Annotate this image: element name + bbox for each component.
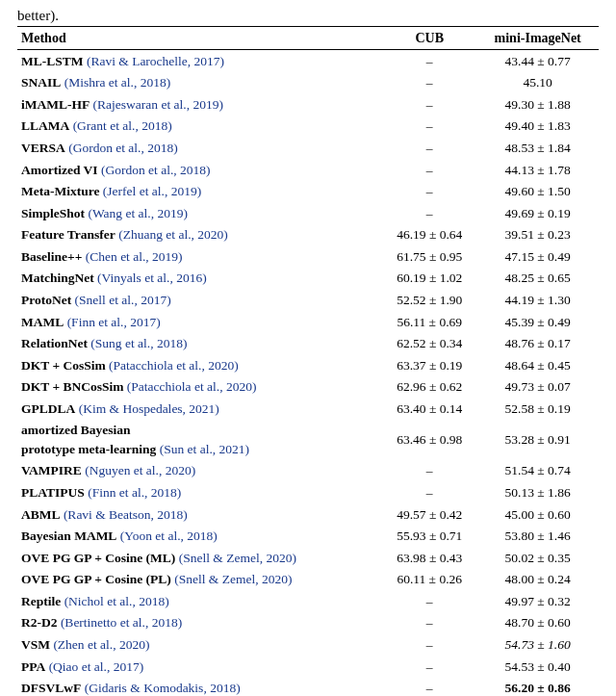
value-cell: – — [382, 633, 476, 656]
citation: (Rajeswaran et al., 2019) — [93, 97, 223, 112]
method-cell: Feature Transfer (Zhuang et al., 2020) — [17, 224, 382, 246]
value-cell: 48.70 ± 0.60 — [476, 612, 599, 634]
value-cell: 45.10 — [476, 72, 599, 94]
value-cell: 63.98 ± 0.43 — [382, 547, 476, 569]
table-row: SimpleShot (Wang et al., 2019)–49.69 ± 0… — [17, 202, 599, 224]
citation: (Mishra et al., 2018) — [64, 75, 171, 90]
citation: (Vinyals et al., 2016) — [97, 271, 207, 285]
value-cell: – — [382, 159, 476, 181]
value-cell: 50.13 ± 1.86 — [476, 482, 599, 504]
table-row: ProtoNet (Snell et al., 2017)52.52 ± 1.9… — [17, 289, 599, 311]
citation: (Finn et al., 2017) — [67, 315, 161, 329]
value-cell: 52.52 ± 1.90 — [382, 289, 476, 311]
method-cell: LLAMA (Grant et al., 2018) — [17, 116, 382, 138]
value-cell: 48.53 ± 1.84 — [476, 138, 599, 160]
method-cell: OVE PG GP + Cosine (PL) (Snell & Zemel, … — [17, 569, 382, 591]
table-row: DKT + BNCosSim (Patacchiola et al., 2020… — [17, 376, 599, 399]
method-cell: Amortized VI (Gordon et al., 2018) — [17, 159, 382, 181]
method-cell: ABML (Ravi & Beatson, 2018) — [17, 503, 382, 526]
citation: (Patacchiola et al., 2020) — [109, 358, 239, 373]
citation: (Snell & Zemel, 2020) — [179, 551, 296, 565]
table-row: MatchingNet (Vinyals et al., 2016)60.19 … — [17, 268, 599, 290]
table-row: PPA (Qiao et al., 2017)–54.53 ± 0.40 — [17, 656, 599, 678]
value-cell: – — [382, 460, 476, 482]
value-cell: – — [382, 72, 476, 94]
method-cell: PLATIPUS (Finn et al., 2018) — [17, 482, 382, 504]
method-cell: GPLDLA (Kim & Hospedales, 2021) — [17, 398, 382, 420]
value-cell: 49.30 ± 1.88 — [476, 93, 599, 116]
method-cell: Reptile (Nichol et al., 2018) — [17, 590, 382, 612]
citation: (Ravi & Beatson, 2018) — [64, 507, 188, 522]
method-cell: VSM (Zhen et al., 2020) — [17, 633, 382, 656]
citation: (Zhuang et al., 2020) — [118, 227, 228, 242]
method-cell: RelationNet (Sung et al., 2018) — [17, 333, 382, 355]
citation: (Kim & Hospedales, 2021) — [79, 401, 219, 416]
method-cell: MatchingNet (Vinyals et al., 2016) — [17, 268, 382, 290]
citation: (Snell et al., 2017) — [75, 293, 171, 307]
table-row: PLATIPUS (Finn et al., 2018)–50.13 ± 1.8… — [17, 482, 599, 504]
citation: (Gordon et al., 2018) — [68, 141, 178, 155]
value-cell: 49.69 ± 0.19 — [476, 202, 599, 224]
value-cell: 63.40 ± 0.14 — [382, 398, 476, 420]
citation: (Grant et al., 2018) — [73, 118, 172, 133]
value-cell: – — [382, 590, 476, 612]
value-cell: 48.64 ± 0.45 — [476, 354, 599, 376]
method-cell: Meta-Mixture (Jerfel et al., 2019) — [17, 181, 382, 203]
citation: (Patacchiola et al., 2020) — [127, 379, 257, 394]
method-cell: DKT + BNCosSim (Patacchiola et al., 2020… — [17, 376, 382, 399]
citation: (Qiao et al., 2017) — [49, 659, 144, 674]
table-row: ML-LSTM (Ravi & Larochelle, 2017)–43.44 … — [17, 50, 599, 72]
value-cell: 53.28 ± 0.91 — [476, 420, 599, 460]
method-cell: Bayesian MAML (Yoon et al., 2018) — [17, 526, 382, 548]
value-cell: 39.51 ± 0.23 — [476, 224, 599, 246]
col-cub: CUB — [382, 27, 476, 50]
table-row: MAML (Finn et al., 2017)56.11 ± 0.6945.3… — [17, 311, 599, 333]
table-row: VSM (Zhen et al., 2020)–54.73 ± 1.60 — [17, 633, 599, 656]
method-cell: VAMPIRE (Nguyen et al., 2020) — [17, 460, 382, 482]
table-row: Reptile (Nichol et al., 2018)–49.97 ± 0.… — [17, 590, 599, 612]
value-cell: 49.40 ± 1.83 — [476, 116, 599, 138]
citation: (Ravi & Larochelle, 2017) — [87, 54, 224, 68]
value-cell: 43.44 ± 0.77 — [476, 50, 599, 72]
value-cell: – — [382, 678, 476, 696]
col-mini: mini-ImageNet — [476, 27, 599, 50]
value-cell: 44.19 ± 1.30 — [476, 289, 599, 311]
value-cell: – — [382, 138, 476, 160]
value-cell: 48.76 ± 0.17 — [476, 333, 599, 355]
value-cell: 46.19 ± 0.64 — [382, 224, 476, 246]
value-cell: 47.15 ± 0.49 — [476, 245, 599, 268]
method-cell: OVE PG GP + Cosine (ML) (Snell & Zemel, … — [17, 547, 382, 569]
method-cell: iMAML-HF (Rajeswaran et al., 2019) — [17, 93, 382, 116]
method-cell: R2-D2 (Bertinetto et al., 2018) — [17, 612, 382, 634]
value-cell: 45.00 ± 0.60 — [476, 503, 599, 526]
citation: (Wang et al., 2019) — [88, 206, 188, 220]
value-cell: – — [382, 181, 476, 203]
value-cell: 48.25 ± 0.65 — [476, 268, 599, 290]
value-cell: 63.46 ± 0.98 — [382, 420, 476, 460]
value-cell: 61.75 ± 0.95 — [382, 245, 476, 268]
citation: (Snell & Zemel, 2020) — [174, 572, 292, 586]
value-cell: – — [382, 482, 476, 504]
table-row: ABML (Ravi & Beatson, 2018)49.57 ± 0.424… — [17, 503, 599, 526]
table-row: DKT + CosSim (Patacchiola et al., 2020)6… — [17, 354, 599, 376]
value-cell: 48.00 ± 0.24 — [476, 569, 599, 591]
method-cell: MAML (Finn et al., 2017) — [17, 311, 382, 333]
value-cell: 54.53 ± 0.40 — [476, 656, 599, 678]
value-cell: 49.57 ± 0.42 — [382, 503, 476, 526]
value-cell: 49.73 ± 0.07 — [476, 376, 599, 399]
value-cell: 56.20 ± 0.86 — [476, 678, 599, 696]
citation: (Nichol et al., 2018) — [64, 594, 169, 608]
results-table: Method CUB mini-ImageNet ML-LSTM (Ravi &… — [17, 26, 599, 696]
method-cell: VERSA (Gordon et al., 2018) — [17, 138, 382, 160]
table-row: Amortized VI (Gordon et al., 2018)–44.13… — [17, 159, 599, 181]
citation: (Finn et al., 2018) — [88, 485, 181, 500]
method-cell: ML-LSTM (Ravi & Larochelle, 2017) — [17, 50, 382, 72]
citation: (Sung et al., 2018) — [90, 336, 187, 350]
table-row: OVE PG GP + Cosine (PL) (Snell & Zemel, … — [17, 569, 599, 591]
table-row: LLAMA (Grant et al., 2018)–49.40 ± 1.83 — [17, 116, 599, 138]
table-row: VERSA (Gordon et al., 2018)–48.53 ± 1.84 — [17, 138, 599, 160]
value-cell: – — [382, 202, 476, 224]
method-cell: DFSVLwF (Gidaris & Komodakis, 2018) — [17, 678, 382, 696]
table-row: OVE PG GP + Cosine (ML) (Snell & Zemel, … — [17, 547, 599, 569]
method-cell: SimpleShot (Wang et al., 2019) — [17, 202, 382, 224]
